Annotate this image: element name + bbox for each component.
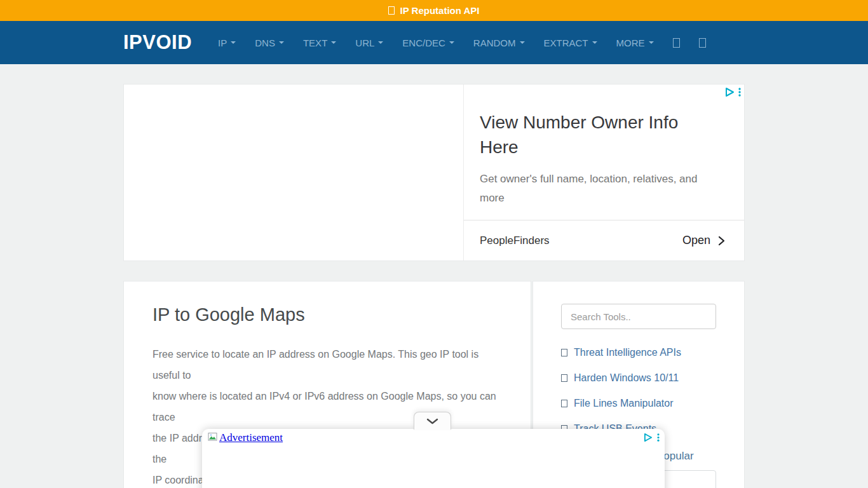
site-logo[interactable]: IPVOID	[123, 31, 192, 54]
caret-down-icon	[592, 41, 597, 44]
adchoices-icon[interactable]	[724, 87, 735, 97]
caret-down-icon	[520, 41, 525, 44]
sidebar-link-file-lines-manipulator[interactable]: File Lines Manipulator	[561, 398, 716, 409]
promo-banner-label: IP Reputation API	[400, 5, 479, 16]
nav-item-url[interactable]: URL	[346, 37, 393, 48]
sidebar-tool-links: Threat Intelligence APIs Harden Windows …	[561, 347, 716, 435]
nav-item-text[interactable]: TEXT	[294, 37, 346, 48]
top-ad-card: View Number Owner Info Here Get owner's …	[123, 84, 745, 261]
ad-advertiser: PeopleFinders	[480, 234, 550, 247]
tool-icon	[561, 400, 567, 407]
sidebar-link-threat-intelligence-apis[interactable]: Threat Intelligence APIs	[561, 347, 716, 358]
search-icon	[699, 38, 706, 48]
caret-down-icon	[279, 41, 284, 44]
chevron-down-icon	[426, 418, 438, 424]
advertisement-link[interactable]: Advertisement	[219, 431, 283, 444]
nav-item-encdec[interactable]: ENC/DEC	[393, 37, 464, 48]
nav-item-more[interactable]: MORE	[607, 37, 663, 48]
anchor-ad-overlay: Advertisement	[202, 429, 665, 488]
page-title: IP to Google Maps	[153, 304, 502, 325]
theme-icon	[673, 38, 680, 48]
nav-item-dns[interactable]: DNS	[245, 37, 294, 48]
caret-down-icon	[331, 41, 336, 44]
caret-down-icon	[649, 41, 654, 44]
api-icon	[388, 6, 395, 15]
search-tools-input[interactable]	[561, 304, 716, 329]
nav-menu: IP DNS TEXT URL ENC/DEC RANDOM EXTRACT M…	[208, 37, 715, 48]
chevron-right-icon	[718, 236, 725, 246]
ad-headline[interactable]: View Number Owner Info Here	[480, 110, 709, 159]
caret-down-icon	[378, 41, 383, 44]
ad-description: Get owner's full name, location, relativ…	[480, 170, 709, 208]
nav-theme-toggle[interactable]	[663, 38, 689, 48]
ad-footer: PeopleFinders Open	[464, 220, 744, 261]
ad-open-button[interactable]: Open	[682, 234, 725, 247]
top-ad-unit[interactable]: View Number Owner Info Here Get owner's …	[463, 85, 744, 261]
caret-down-icon	[231, 41, 236, 44]
ad-options-icon[interactable]	[738, 87, 741, 97]
caret-down-icon	[449, 41, 454, 44]
nav-item-random[interactable]: RANDOM	[464, 37, 534, 48]
top-ad-empty-area	[124, 85, 463, 261]
nav-item-extract[interactable]: EXTRACT	[534, 37, 607, 48]
navbar: IPVOID IP DNS TEXT URL ENC/DEC RANDOM EX…	[0, 21, 868, 64]
sidebar-link-harden-windows[interactable]: Harden Windows 10/11	[561, 372, 716, 384]
popular-section-heading: Popular	[656, 450, 716, 463]
ad-collapse-button[interactable]	[414, 412, 451, 430]
ad-options-icon[interactable]	[657, 433, 660, 442]
tool-icon	[561, 374, 567, 382]
promo-banner[interactable]: IP Reputation API	[0, 0, 868, 21]
broken-image-icon	[208, 431, 218, 442]
adchoices-icon[interactable]	[643, 433, 653, 442]
tool-icon	[561, 349, 567, 356]
nav-search-toggle[interactable]	[689, 38, 715, 48]
nav-item-ip[interactable]: IP	[208, 37, 245, 48]
